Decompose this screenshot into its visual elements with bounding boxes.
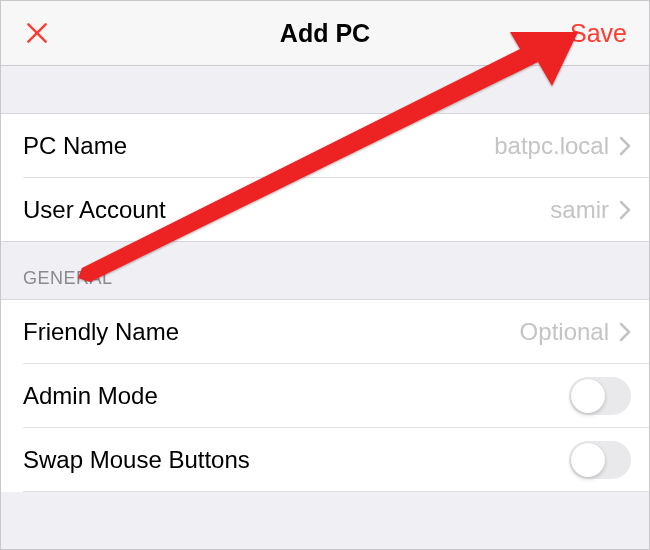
close-icon xyxy=(24,20,50,46)
user-account-row[interactable]: User Account samir xyxy=(1,178,649,242)
pc-name-row[interactable]: PC Name batpc.local xyxy=(1,114,649,178)
toggle-knob xyxy=(571,379,605,413)
chevron-right-icon xyxy=(619,136,631,156)
friendly-name-value: Optional xyxy=(520,318,609,346)
friendly-name-label: Friendly Name xyxy=(23,318,520,346)
spacer xyxy=(1,66,649,114)
swap-mouse-row: Swap Mouse Buttons xyxy=(1,428,649,492)
user-account-value: samir xyxy=(550,196,609,224)
chevron-right-icon xyxy=(619,322,631,342)
navbar: Add PC Save xyxy=(1,1,649,66)
general-group: Friendly Name Optional Admin Mode Swap M… xyxy=(1,300,649,492)
swap-mouse-toggle[interactable] xyxy=(569,441,631,479)
pc-name-value: batpc.local xyxy=(494,132,609,160)
toggle-knob xyxy=(571,443,605,477)
connection-group: PC Name batpc.local User Account samir xyxy=(1,114,649,242)
general-section-header: GENERAL xyxy=(1,242,649,300)
pc-name-label: PC Name xyxy=(23,132,494,160)
save-button[interactable]: Save xyxy=(570,19,627,48)
admin-mode-row: Admin Mode xyxy=(1,364,649,428)
swap-mouse-label: Swap Mouse Buttons xyxy=(23,446,569,474)
add-pc-screen: Add PC Save PC Name batpc.local User Acc… xyxy=(0,0,650,550)
admin-mode-toggle[interactable] xyxy=(569,377,631,415)
chevron-right-icon xyxy=(619,200,631,220)
user-account-label: User Account xyxy=(23,196,550,224)
friendly-name-row[interactable]: Friendly Name Optional xyxy=(1,300,649,364)
page-title: Add PC xyxy=(280,19,370,48)
close-button[interactable] xyxy=(23,19,51,47)
admin-mode-label: Admin Mode xyxy=(23,382,569,410)
